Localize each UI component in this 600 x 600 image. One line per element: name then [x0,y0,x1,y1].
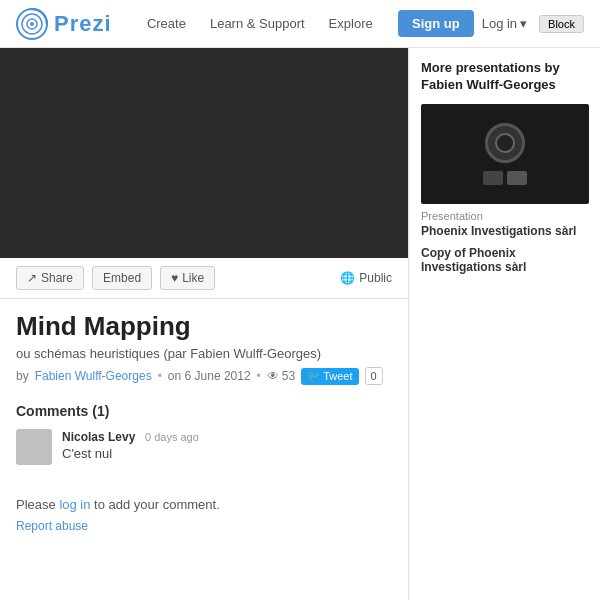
svg-point-3 [30,22,34,26]
sidebar-pres-title-1: Phoenix Investigations sàrl [421,224,588,238]
tweet-count: 0 [365,367,383,385]
avatar [16,429,52,465]
comment-content: Nicolas Levy 0 days ago C'est nul [62,429,392,465]
meta-by: by [16,369,29,383]
meta-dot: • [158,369,162,383]
sidebar-heading: More presentations by Fabien Wulff-Georg… [421,60,588,94]
embed-label: Embed [103,271,141,285]
meta-dot2: • [257,369,261,383]
signup-button[interactable]: Sign up [398,10,474,37]
nav-create[interactable]: Create [147,16,186,31]
heart-icon: ♥ [171,271,178,285]
login-chevron-icon: ▾ [520,16,527,31]
main: ↗ Share Embed ♥ Like 🌐 Public Mind Mappi… [0,48,600,600]
meta-author-link[interactable]: Fabien Wulff-Georges [35,369,152,383]
tweet-label: Tweet [323,370,352,382]
thumb-content [483,123,527,185]
sidebar-presentation-1[interactable]: Presentation Phoenix Investigations sàrl [421,104,588,238]
header: Prezi Create Learn & Support Explore Sig… [0,0,600,48]
twitter-icon: 🐦 [307,370,321,383]
views-count: 53 [282,369,295,383]
meta-views: 👁 53 [267,369,295,383]
public-label: Public [359,271,392,285]
share-button[interactable]: ↗ Share [16,266,84,290]
add-comment-suffix: to add your comment. [94,497,220,512]
header-right: Sign up Log in ▾ Block [398,10,584,37]
nav-explore[interactable]: Explore [329,16,373,31]
public-badge: 🌐 Public [340,271,392,285]
share-label: Share [41,271,73,285]
comment-item: Nicolas Levy 0 days ago C'est nul [16,429,392,465]
sidebar-thumb-1 [421,104,589,204]
presentation-subtitle: ou schémas heuristiques (par Fabien Wulf… [16,346,392,361]
logo-text: Prezi [54,11,112,37]
eye-icon: 👁 [267,369,279,383]
nav-learn-support[interactable]: Learn & Support [210,16,305,31]
login-link[interactable]: log in [59,497,90,512]
comment-author: Nicolas Levy [62,430,135,444]
meta-date: on 6 June 2012 [168,369,251,383]
globe-icon: 🌐 [340,271,355,285]
presentation-meta: by Fabien Wulff-Georges • on 6 June 2012… [16,367,392,385]
sidebar-pres-title-2: Copy of Phoenix Investigations sàrl [421,246,588,274]
sidebar-presentation-2[interactable]: Copy of Phoenix Investigations sàrl [421,246,588,274]
action-bar: ↗ Share Embed ♥ Like 🌐 Public [0,258,408,299]
like-label: Like [182,271,204,285]
block-button[interactable]: Block [539,15,584,33]
comment-text: C'est nul [62,446,392,461]
share-icon: ↗ [27,271,37,285]
tweet-button[interactable]: 🐦 Tweet [301,368,358,385]
login-button[interactable]: Log in ▾ [482,16,527,31]
presentation-title: Mind Mapping [16,311,392,342]
comments-section: Comments (1) Nicolas Levy 0 days ago C'e… [0,403,408,489]
like-button[interactable]: ♥ Like [160,266,215,290]
comments-header: Comments (1) [16,403,392,419]
comment-time: 0 days ago [145,431,199,443]
presentation-embed[interactable] [0,48,408,258]
report-abuse-section: Report abuse [0,516,408,541]
logo-area[interactable]: Prezi [16,8,112,40]
nav-links: Create Learn & Support Explore [142,16,378,31]
presentation-info: Mind Mapping ou schémas heuristiques (pa… [0,299,408,403]
login-label: Log in [482,16,517,31]
please-text: Please [16,497,56,512]
content-column: ↗ Share Embed ♥ Like 🌐 Public Mind Mappi… [0,48,408,600]
right-sidebar: More presentations by Fabien Wulff-Georg… [408,48,600,600]
login-prompt: Please log in to add your comment. [0,489,408,516]
sidebar-pres-type-1: Presentation [421,210,588,222]
embed-button[interactable]: Embed [92,266,152,290]
prezi-logo-icon[interactable] [16,8,48,40]
report-abuse-link[interactable]: Report abuse [16,519,88,533]
